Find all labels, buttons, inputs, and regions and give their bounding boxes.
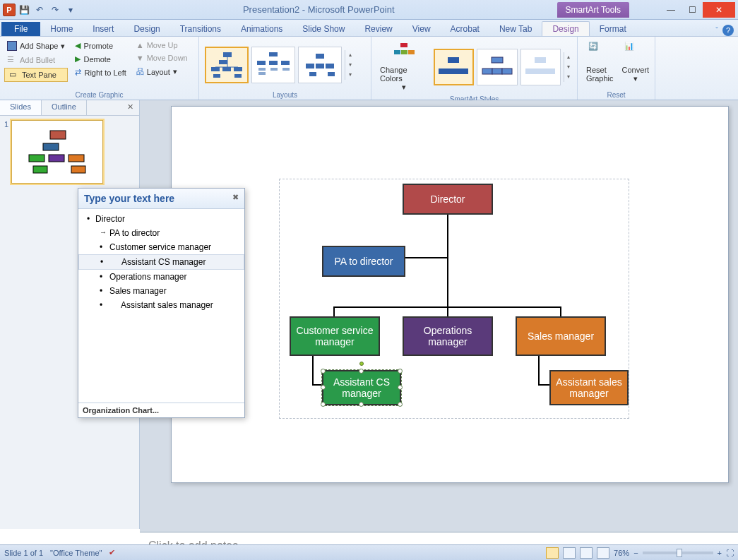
layout-button[interactable]: 品Layout ▾ (133, 65, 191, 78)
rotate-handle-icon[interactable] (359, 362, 364, 366)
undo-icon[interactable]: ↶ (32, 3, 47, 17)
ribbon: Add Shape ▾ ☰Add Bullet ▭Text Pane ◀Prom… (0, 37, 738, 100)
status-slide: Slide 1 of 1 (4, 549, 43, 557)
text-pane-close-icon[interactable]: ✖ (232, 193, 239, 204)
chevron-down-icon[interactable]: ▾ (345, 60, 355, 70)
layout-thumb-1[interactable] (205, 47, 249, 83)
tab-acrobat[interactable]: Acrobat (441, 22, 489, 36)
tab-smartart-design[interactable]: Design (542, 21, 589, 36)
minimize-ribbon-icon[interactable]: ˇ (715, 26, 718, 35)
change-colors-button[interactable]: Change Colors ▾ (376, 39, 432, 95)
tab-slides[interactable]: Slides (0, 100, 42, 115)
text-pane-popup[interactable]: Type your text here✖ Director PA to dire… (78, 188, 245, 418)
style-thumb-1[interactable] (434, 49, 475, 85)
zoom-level[interactable]: 76% (614, 549, 629, 557)
redo-icon[interactable]: ↷ (48, 3, 62, 17)
org-csm[interactable]: Customer service manager (290, 316, 380, 356)
svg-rect-31 (492, 57, 503, 63)
tab-design[interactable]: Design (124, 22, 169, 36)
zoom-thumb[interactable] (677, 549, 682, 557)
tab-smartart-format[interactable]: Format (590, 22, 636, 36)
change-colors-icon (393, 42, 415, 64)
tab-view[interactable]: View (403, 22, 441, 36)
close-button[interactable]: ✕ (703, 2, 735, 18)
layout-icon: 品 (136, 66, 144, 77)
more-icon[interactable]: ▾ (564, 72, 573, 82)
tab-outline[interactable]: Outline (42, 100, 87, 115)
slide-canvas[interactable]: Director PA to director Customer service… (171, 106, 729, 483)
style-thumb-3[interactable] (520, 49, 561, 85)
maximize-button[interactable]: ☐ (682, 2, 703, 18)
svg-rect-24 (394, 50, 400, 54)
group-label-reset: Reset (582, 90, 650, 100)
tp-item[interactable]: Director (78, 212, 244, 226)
smartart-frame[interactable]: Director PA to director Customer service… (279, 179, 629, 419)
convert-button[interactable]: 📊Convert ▾ (618, 39, 654, 86)
tab-transitions[interactable]: Transitions (170, 22, 231, 36)
slide-thumbnail-1[interactable] (11, 120, 103, 184)
tp-item[interactable]: Customer service manager (78, 240, 244, 254)
tab-review[interactable]: Review (355, 22, 402, 36)
tab-slideshow[interactable]: Slide Show (292, 22, 355, 36)
layouts-scroll[interactable]: ▴▾▾ (345, 50, 355, 80)
svg-rect-35 (535, 57, 546, 63)
chevron-down-icon[interactable]: ▾ (564, 62, 573, 72)
org-acsm-selected[interactable]: Assistant CS manager (322, 370, 401, 405)
qat-dropdown-icon[interactable]: ▾ (64, 3, 78, 17)
tab-home[interactable]: Home (40, 22, 83, 36)
text-pane-icon: ▭ (9, 70, 19, 80)
save-icon[interactable]: 💾 (17, 3, 31, 17)
spellcheck-icon[interactable]: ✔ (109, 548, 115, 557)
tp-item[interactable]: Sales manager (78, 284, 244, 298)
svg-rect-18 (306, 64, 314, 68)
rtl-button[interactable]: ⇄Right to Left (72, 66, 129, 78)
styles-scroll[interactable]: ▴▾▾ (564, 52, 573, 82)
zoom-out-button[interactable]: − (633, 549, 638, 557)
tab-newtab[interactable]: New Tab (489, 22, 542, 36)
zoom-slider[interactable] (643, 552, 713, 554)
org-pa[interactable]: PA to director (322, 246, 405, 277)
view-slideshow-button[interactable] (597, 547, 609, 559)
reset-graphic-button[interactable]: 🔄Reset Graphic (582, 39, 618, 85)
svg-rect-36 (525, 68, 535, 74)
tp-item[interactable]: Assistant sales manager (78, 298, 244, 312)
svg-rect-21 (309, 72, 316, 76)
promote-button[interactable]: ◀Promote (72, 40, 129, 52)
tp-item[interactable]: PA to director (78, 226, 244, 240)
ribbon-tabs: File Home Insert Design Transitions Anim… (0, 20, 738, 37)
layout-thumb-3[interactable] (298, 47, 342, 83)
svg-rect-41 (29, 155, 44, 162)
tp-item[interactable]: Operations manager (78, 270, 244, 284)
add-shape-button[interactable]: Add Shape ▾ (4, 40, 68, 52)
chevron-up-icon[interactable]: ▴ (564, 52, 573, 62)
fit-window-button[interactable]: ⛶ (726, 549, 734, 557)
tab-file[interactable]: File (1, 22, 40, 36)
org-asm[interactable]: Assistant sales manager (549, 370, 629, 405)
minimize-button[interactable]: — (660, 2, 682, 18)
org-ops[interactable]: Operations manager (403, 316, 493, 356)
svg-rect-39 (50, 131, 66, 139)
tab-insert[interactable]: Insert (83, 22, 124, 36)
svg-rect-29 (448, 68, 458, 74)
demote-button[interactable]: ▶Demote (72, 53, 129, 65)
org-director[interactable]: Director (403, 184, 493, 215)
view-reading-button[interactable] (580, 547, 593, 559)
help-icon[interactable]: ? (722, 25, 734, 36)
org-sales[interactable]: Sales manager (516, 316, 606, 356)
text-pane-button[interactable]: ▭Text Pane (4, 68, 68, 82)
close-pane-icon[interactable]: ✕ (121, 100, 139, 115)
tab-animations[interactable]: Animations (231, 22, 292, 36)
chevron-up-icon[interactable]: ▴ (345, 50, 355, 60)
more-icon[interactable]: ▾ (345, 70, 355, 80)
app-icon[interactable]: P (3, 4, 16, 16)
tp-item-selected[interactable]: Assistant CS manager (78, 254, 244, 270)
zoom-in-button[interactable]: + (718, 549, 722, 557)
svg-rect-42 (49, 155, 64, 162)
svg-rect-34 (502, 68, 512, 74)
view-sorter-button[interactable] (563, 547, 576, 559)
text-pane-footer[interactable]: Organization Chart... (78, 403, 244, 417)
text-pane-list[interactable]: Director PA to director Customer service… (78, 209, 244, 315)
style-thumb-2[interactable] (477, 49, 517, 85)
view-normal-button[interactable] (546, 547, 559, 559)
layout-thumb-2[interactable] (251, 47, 295, 83)
